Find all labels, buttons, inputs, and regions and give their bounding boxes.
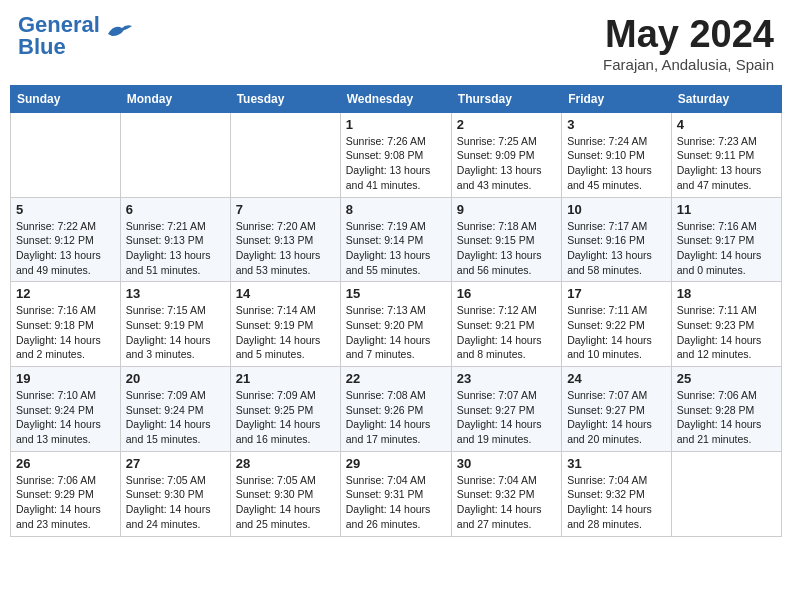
calendar-cell: 25Sunrise: 7:06 AMSunset: 9:28 PMDayligh… bbox=[671, 367, 781, 452]
day-info: Sunrise: 7:14 AMSunset: 9:19 PMDaylight:… bbox=[236, 303, 335, 362]
calendar-cell: 26Sunrise: 7:06 AMSunset: 9:29 PMDayligh… bbox=[11, 451, 121, 536]
calendar-cell bbox=[120, 112, 230, 197]
day-number: 27 bbox=[126, 456, 225, 471]
day-number: 6 bbox=[126, 202, 225, 217]
calendar-cell: 20Sunrise: 7:09 AMSunset: 9:24 PMDayligh… bbox=[120, 367, 230, 452]
day-info: Sunrise: 7:16 AMSunset: 9:18 PMDaylight:… bbox=[16, 303, 115, 362]
calendar-cell: 31Sunrise: 7:04 AMSunset: 9:32 PMDayligh… bbox=[562, 451, 672, 536]
logo-general: General bbox=[18, 14, 100, 36]
weekday-header-tuesday: Tuesday bbox=[230, 85, 340, 112]
calendar-cell bbox=[230, 112, 340, 197]
day-number: 30 bbox=[457, 456, 556, 471]
header: General Blue May 2024 Farajan, Andalusia… bbox=[10, 10, 782, 77]
weekday-header-sunday: Sunday bbox=[11, 85, 121, 112]
day-info: Sunrise: 7:20 AMSunset: 9:13 PMDaylight:… bbox=[236, 219, 335, 278]
day-info: Sunrise: 7:07 AMSunset: 9:27 PMDaylight:… bbox=[457, 388, 556, 447]
calendar-cell: 8Sunrise: 7:19 AMSunset: 9:14 PMDaylight… bbox=[340, 197, 451, 282]
calendar-cell: 21Sunrise: 7:09 AMSunset: 9:25 PMDayligh… bbox=[230, 367, 340, 452]
day-info: Sunrise: 7:07 AMSunset: 9:27 PMDaylight:… bbox=[567, 388, 666, 447]
day-number: 10 bbox=[567, 202, 666, 217]
calendar-cell: 11Sunrise: 7:16 AMSunset: 9:17 PMDayligh… bbox=[671, 197, 781, 282]
day-info: Sunrise: 7:04 AMSunset: 9:31 PMDaylight:… bbox=[346, 473, 446, 532]
calendar-cell: 7Sunrise: 7:20 AMSunset: 9:13 PMDaylight… bbox=[230, 197, 340, 282]
day-number: 29 bbox=[346, 456, 446, 471]
day-info: Sunrise: 7:17 AMSunset: 9:16 PMDaylight:… bbox=[567, 219, 666, 278]
day-number: 12 bbox=[16, 286, 115, 301]
day-info: Sunrise: 7:06 AMSunset: 9:28 PMDaylight:… bbox=[677, 388, 776, 447]
day-info: Sunrise: 7:05 AMSunset: 9:30 PMDaylight:… bbox=[126, 473, 225, 532]
calendar-week-row: 12Sunrise: 7:16 AMSunset: 9:18 PMDayligh… bbox=[11, 282, 782, 367]
day-number: 31 bbox=[567, 456, 666, 471]
calendar-cell: 23Sunrise: 7:07 AMSunset: 9:27 PMDayligh… bbox=[451, 367, 561, 452]
day-info: Sunrise: 7:16 AMSunset: 9:17 PMDaylight:… bbox=[677, 219, 776, 278]
day-info: Sunrise: 7:22 AMSunset: 9:12 PMDaylight:… bbox=[16, 219, 115, 278]
calendar-week-row: 5Sunrise: 7:22 AMSunset: 9:12 PMDaylight… bbox=[11, 197, 782, 282]
weekday-header-wednesday: Wednesday bbox=[340, 85, 451, 112]
calendar-cell: 4Sunrise: 7:23 AMSunset: 9:11 PMDaylight… bbox=[671, 112, 781, 197]
day-number: 11 bbox=[677, 202, 776, 217]
page-container: General Blue May 2024 Farajan, Andalusia… bbox=[10, 10, 782, 537]
day-number: 20 bbox=[126, 371, 225, 386]
weekday-header-saturday: Saturday bbox=[671, 85, 781, 112]
day-info: Sunrise: 7:25 AMSunset: 9:09 PMDaylight:… bbox=[457, 134, 556, 193]
title-block: May 2024 Farajan, Andalusia, Spain bbox=[603, 14, 774, 73]
day-info: Sunrise: 7:05 AMSunset: 9:30 PMDaylight:… bbox=[236, 473, 335, 532]
day-number: 5 bbox=[16, 202, 115, 217]
calendar-cell: 2Sunrise: 7:25 AMSunset: 9:09 PMDaylight… bbox=[451, 112, 561, 197]
day-info: Sunrise: 7:15 AMSunset: 9:19 PMDaylight:… bbox=[126, 303, 225, 362]
calendar-cell: 30Sunrise: 7:04 AMSunset: 9:32 PMDayligh… bbox=[451, 451, 561, 536]
day-info: Sunrise: 7:12 AMSunset: 9:21 PMDaylight:… bbox=[457, 303, 556, 362]
calendar-cell: 13Sunrise: 7:15 AMSunset: 9:19 PMDayligh… bbox=[120, 282, 230, 367]
day-info: Sunrise: 7:24 AMSunset: 9:10 PMDaylight:… bbox=[567, 134, 666, 193]
calendar-cell: 29Sunrise: 7:04 AMSunset: 9:31 PMDayligh… bbox=[340, 451, 451, 536]
calendar-cell: 17Sunrise: 7:11 AMSunset: 9:22 PMDayligh… bbox=[562, 282, 672, 367]
day-number: 15 bbox=[346, 286, 446, 301]
day-info: Sunrise: 7:08 AMSunset: 9:26 PMDaylight:… bbox=[346, 388, 446, 447]
day-number: 24 bbox=[567, 371, 666, 386]
day-number: 23 bbox=[457, 371, 556, 386]
day-info: Sunrise: 7:04 AMSunset: 9:32 PMDaylight:… bbox=[457, 473, 556, 532]
day-info: Sunrise: 7:09 AMSunset: 9:24 PMDaylight:… bbox=[126, 388, 225, 447]
day-info: Sunrise: 7:06 AMSunset: 9:29 PMDaylight:… bbox=[16, 473, 115, 532]
day-info: Sunrise: 7:11 AMSunset: 9:22 PMDaylight:… bbox=[567, 303, 666, 362]
day-info: Sunrise: 7:13 AMSunset: 9:20 PMDaylight:… bbox=[346, 303, 446, 362]
logo-blue: Blue bbox=[18, 36, 100, 58]
day-info: Sunrise: 7:26 AMSunset: 9:08 PMDaylight:… bbox=[346, 134, 446, 193]
day-number: 13 bbox=[126, 286, 225, 301]
calendar-header-row: SundayMondayTuesdayWednesdayThursdayFrid… bbox=[11, 85, 782, 112]
calendar-cell: 18Sunrise: 7:11 AMSunset: 9:23 PMDayligh… bbox=[671, 282, 781, 367]
logo-bird-icon bbox=[104, 20, 136, 48]
logo: General Blue bbox=[18, 14, 136, 58]
day-number: 26 bbox=[16, 456, 115, 471]
day-number: 17 bbox=[567, 286, 666, 301]
day-number: 9 bbox=[457, 202, 556, 217]
month-title: May 2024 bbox=[603, 14, 774, 56]
calendar-week-row: 1Sunrise: 7:26 AMSunset: 9:08 PMDaylight… bbox=[11, 112, 782, 197]
day-info: Sunrise: 7:23 AMSunset: 9:11 PMDaylight:… bbox=[677, 134, 776, 193]
calendar-cell: 22Sunrise: 7:08 AMSunset: 9:26 PMDayligh… bbox=[340, 367, 451, 452]
day-number: 22 bbox=[346, 371, 446, 386]
calendar-cell: 19Sunrise: 7:10 AMSunset: 9:24 PMDayligh… bbox=[11, 367, 121, 452]
location: Farajan, Andalusia, Spain bbox=[603, 56, 774, 73]
day-number: 8 bbox=[346, 202, 446, 217]
day-number: 19 bbox=[16, 371, 115, 386]
day-number: 28 bbox=[236, 456, 335, 471]
day-number: 2 bbox=[457, 117, 556, 132]
calendar-cell: 15Sunrise: 7:13 AMSunset: 9:20 PMDayligh… bbox=[340, 282, 451, 367]
day-number: 16 bbox=[457, 286, 556, 301]
weekday-header-thursday: Thursday bbox=[451, 85, 561, 112]
day-info: Sunrise: 7:10 AMSunset: 9:24 PMDaylight:… bbox=[16, 388, 115, 447]
calendar-cell bbox=[11, 112, 121, 197]
calendar-week-row: 26Sunrise: 7:06 AMSunset: 9:29 PMDayligh… bbox=[11, 451, 782, 536]
calendar-cell: 14Sunrise: 7:14 AMSunset: 9:19 PMDayligh… bbox=[230, 282, 340, 367]
day-info: Sunrise: 7:09 AMSunset: 9:25 PMDaylight:… bbox=[236, 388, 335, 447]
calendar-cell: 9Sunrise: 7:18 AMSunset: 9:15 PMDaylight… bbox=[451, 197, 561, 282]
calendar-week-row: 19Sunrise: 7:10 AMSunset: 9:24 PMDayligh… bbox=[11, 367, 782, 452]
day-number: 3 bbox=[567, 117, 666, 132]
day-info: Sunrise: 7:04 AMSunset: 9:32 PMDaylight:… bbox=[567, 473, 666, 532]
calendar-table: SundayMondayTuesdayWednesdayThursdayFrid… bbox=[10, 85, 782, 537]
calendar-cell: 16Sunrise: 7:12 AMSunset: 9:21 PMDayligh… bbox=[451, 282, 561, 367]
calendar-cell: 6Sunrise: 7:21 AMSunset: 9:13 PMDaylight… bbox=[120, 197, 230, 282]
calendar-cell: 24Sunrise: 7:07 AMSunset: 9:27 PMDayligh… bbox=[562, 367, 672, 452]
day-info: Sunrise: 7:18 AMSunset: 9:15 PMDaylight:… bbox=[457, 219, 556, 278]
